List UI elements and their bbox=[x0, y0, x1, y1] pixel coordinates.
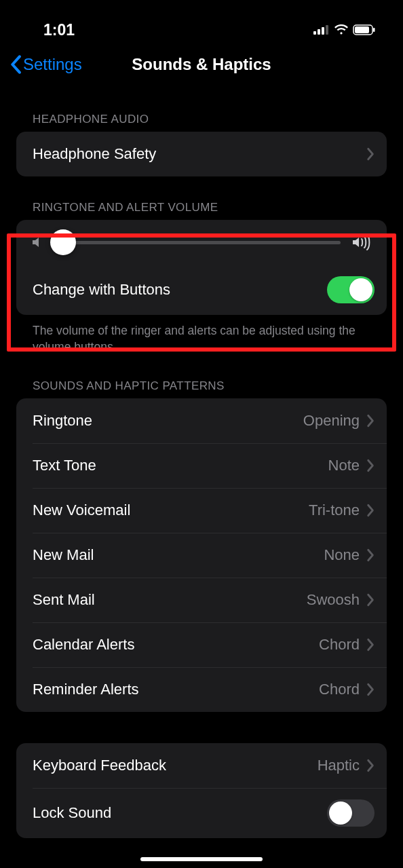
home-indicator[interactable] bbox=[140, 857, 263, 861]
row-value: Opening bbox=[303, 412, 360, 430]
row-lock-sound: Lock Sound bbox=[16, 788, 387, 838]
row-label: Calendar Alerts bbox=[33, 636, 134, 654]
row-sent-mail[interactable]: Sent Mail Swoosh bbox=[16, 578, 387, 622]
section-header-ringer: RINGTONE AND ALERT VOLUME bbox=[16, 176, 387, 220]
nav-bar: Settings Sounds & Haptics bbox=[0, 41, 403, 84]
chevron-left-icon bbox=[9, 55, 22, 74]
row-label: Sent Mail bbox=[33, 591, 95, 609]
section-header-headphone: HEADPHONE AUDIO bbox=[16, 84, 387, 132]
row-value: Tri-tone bbox=[309, 502, 360, 519]
svg-rect-3 bbox=[326, 25, 328, 35]
row-label: Keyboard Feedback bbox=[33, 757, 166, 774]
speaker-high-icon bbox=[351, 234, 372, 250]
row-text-tone[interactable]: Text Tone Note bbox=[16, 443, 387, 488]
svg-rect-5 bbox=[355, 26, 369, 33]
row-value: Chord bbox=[319, 681, 360, 698]
row-value: Swoosh bbox=[307, 591, 360, 609]
row-calendar-alerts[interactable]: Calendar Alerts Chord bbox=[16, 622, 387, 667]
wifi-icon bbox=[334, 24, 349, 35]
cellular-icon bbox=[313, 25, 330, 35]
row-label: Text Tone bbox=[33, 457, 96, 474]
chevron-right-icon bbox=[366, 459, 375, 472]
row-value: Haptic bbox=[318, 757, 360, 774]
row-keyboard-feedback[interactable]: Keyboard Feedback Haptic bbox=[16, 743, 387, 788]
svg-rect-1 bbox=[318, 29, 320, 35]
page-title: Sounds & Haptics bbox=[132, 55, 271, 74]
svg-rect-2 bbox=[322, 27, 324, 35]
chevron-right-icon bbox=[366, 147, 375, 161]
group-system: Keyboard Feedback Haptic Lock Sound bbox=[16, 743, 387, 838]
row-label: Ringtone bbox=[33, 412, 92, 430]
group-headphone: Headphone Safety bbox=[16, 132, 387, 176]
row-reminder-alerts[interactable]: Reminder Alerts Chord bbox=[16, 667, 387, 712]
row-volume-slider bbox=[16, 220, 387, 265]
section-footer-ringer: The volume of the ringer and alerts can … bbox=[16, 315, 387, 355]
toggle-change-with-buttons[interactable] bbox=[327, 276, 375, 303]
slider-thumb[interactable] bbox=[50, 229, 76, 255]
chevron-right-icon bbox=[366, 414, 375, 428]
status-icons bbox=[313, 24, 376, 35]
back-button[interactable]: Settings bbox=[9, 55, 82, 74]
toggle-knob bbox=[329, 801, 352, 825]
chevron-right-icon bbox=[366, 548, 375, 562]
status-bar: 1:01 bbox=[0, 0, 403, 41]
row-headphone-safety[interactable]: Headphone Safety bbox=[16, 132, 387, 176]
row-change-with-buttons: Change with Buttons bbox=[16, 265, 387, 315]
speaker-low-icon bbox=[31, 235, 43, 250]
row-ringtone[interactable]: Ringtone Opening bbox=[16, 398, 387, 443]
row-value: Note bbox=[328, 457, 360, 474]
volume-slider[interactable] bbox=[54, 241, 341, 244]
row-label: Reminder Alerts bbox=[33, 681, 139, 698]
row-label: Lock Sound bbox=[33, 804, 111, 822]
row-value: Chord bbox=[319, 636, 360, 654]
row-label: New Mail bbox=[33, 546, 94, 564]
chevron-right-icon bbox=[366, 683, 375, 696]
status-time: 1:01 bbox=[43, 21, 75, 39]
row-label: New Voicemail bbox=[33, 502, 130, 519]
svg-rect-0 bbox=[313, 31, 316, 35]
svg-rect-6 bbox=[373, 28, 375, 32]
toggle-knob bbox=[349, 278, 372, 301]
chevron-right-icon bbox=[366, 593, 375, 607]
group-patterns: Ringtone Opening Text Tone Note New Voic… bbox=[16, 398, 387, 712]
row-new-voicemail[interactable]: New Voicemail Tri-tone bbox=[16, 488, 387, 533]
row-value: None bbox=[324, 546, 360, 564]
row-label: Headphone Safety bbox=[33, 145, 156, 163]
toggle-lock-sound[interactable] bbox=[327, 799, 375, 827]
row-new-mail[interactable]: New Mail None bbox=[16, 533, 387, 578]
group-ringer: Change with Buttons bbox=[16, 220, 387, 315]
chevron-right-icon bbox=[366, 759, 375, 772]
chevron-right-icon bbox=[366, 504, 375, 517]
battery-icon bbox=[353, 24, 376, 35]
section-header-patterns: SOUNDS AND HAPTIC PATTERNS bbox=[16, 355, 387, 398]
row-label: Change with Buttons bbox=[33, 281, 170, 299]
back-label: Settings bbox=[23, 55, 82, 74]
chevron-right-icon bbox=[366, 638, 375, 652]
